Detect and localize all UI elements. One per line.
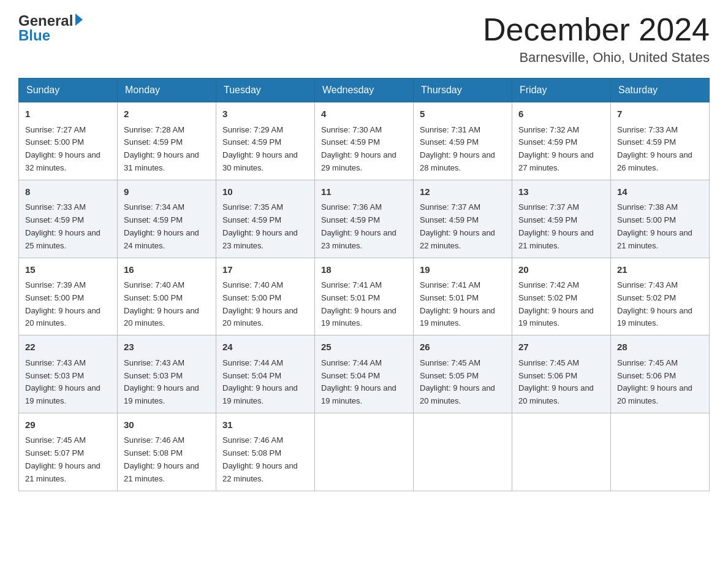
header-day-monday: Monday — [118, 79, 216, 102]
calendar-cell: 10 Sunrise: 7:35 AMSunset: 4:59 PMDaylig… — [216, 180, 315, 258]
day-number: 14 — [617, 185, 703, 199]
day-info: Sunrise: 7:41 AMSunset: 5:01 PMDaylight:… — [321, 280, 396, 327]
calendar-cell — [414, 413, 512, 491]
day-number: 26 — [420, 340, 506, 354]
week-row-4: 22 Sunrise: 7:43 AMSunset: 5:03 PMDaylig… — [19, 335, 710, 413]
day-number: 7 — [617, 107, 703, 121]
day-info: Sunrise: 7:46 AMSunset: 5:08 PMDaylight:… — [222, 435, 298, 483]
calendar-cell: 6 Sunrise: 7:32 AMSunset: 4:59 PMDayligh… — [512, 102, 611, 180]
header-day-thursday: Thursday — [414, 79, 512, 102]
day-number: 27 — [518, 340, 604, 354]
calendar-cell: 28 Sunrise: 7:45 AMSunset: 5:06 PMDaylig… — [611, 335, 710, 413]
day-number: 10 — [222, 185, 308, 199]
day-info: Sunrise: 7:29 AMSunset: 4:59 PMDaylight:… — [222, 125, 298, 172]
day-number: 18 — [321, 263, 407, 277]
day-info: Sunrise: 7:43 AMSunset: 5:03 PMDaylight:… — [25, 358, 100, 405]
calendar-cell: 12 Sunrise: 7:37 AMSunset: 4:59 PMDaylig… — [414, 180, 512, 258]
calendar-cell: 15 Sunrise: 7:39 AMSunset: 5:00 PMDaylig… — [19, 258, 118, 335]
calendar-cell: 22 Sunrise: 7:43 AMSunset: 5:03 PMDaylig… — [19, 335, 118, 413]
day-info: Sunrise: 7:30 AMSunset: 4:59 PMDaylight:… — [321, 125, 396, 172]
calendar-cell: 31 Sunrise: 7:46 AMSunset: 5:08 PMDaylig… — [216, 413, 315, 491]
day-info: Sunrise: 7:44 AMSunset: 5:04 PMDaylight:… — [222, 358, 298, 405]
day-number: 13 — [518, 185, 604, 199]
header-row: SundayMondayTuesdayWednesdayThursdayFrid… — [19, 79, 710, 102]
day-info: Sunrise: 7:44 AMSunset: 5:04 PMDaylight:… — [321, 358, 396, 405]
day-info: Sunrise: 7:37 AMSunset: 4:59 PMDaylight:… — [420, 202, 495, 250]
title-area: December 2024 Barnesville, Ohio, United … — [483, 12, 710, 66]
day-number: 17 — [222, 263, 308, 277]
day-number: 4 — [321, 107, 407, 121]
day-info: Sunrise: 7:46 AMSunset: 5:08 PMDaylight:… — [124, 435, 199, 483]
day-info: Sunrise: 7:32 AMSunset: 4:59 PMDaylight:… — [518, 125, 594, 172]
calendar-cell: 17 Sunrise: 7:40 AMSunset: 5:00 PMDaylig… — [216, 258, 315, 335]
calendar-cell: 8 Sunrise: 7:33 AMSunset: 4:59 PMDayligh… — [19, 180, 118, 258]
day-number: 30 — [124, 418, 210, 432]
day-number: 20 — [518, 263, 604, 277]
calendar-cell: 18 Sunrise: 7:41 AMSunset: 5:01 PMDaylig… — [315, 258, 414, 335]
header-day-friday: Friday — [512, 79, 611, 102]
logo-blue-text: Blue — [18, 27, 50, 44]
day-number: 2 — [124, 107, 210, 121]
page-header: General Blue December 2024 Barnesville, … — [18, 12, 710, 66]
day-info: Sunrise: 7:37 AMSunset: 4:59 PMDaylight:… — [518, 202, 594, 250]
day-number: 25 — [321, 340, 407, 354]
day-info: Sunrise: 7:43 AMSunset: 5:03 PMDaylight:… — [124, 358, 199, 405]
location-title: Barnesville, Ohio, United States — [483, 50, 710, 66]
week-row-3: 15 Sunrise: 7:39 AMSunset: 5:00 PMDaylig… — [19, 258, 710, 335]
header-day-wednesday: Wednesday — [315, 79, 414, 102]
day-info: Sunrise: 7:27 AMSunset: 5:00 PMDaylight:… — [25, 125, 100, 172]
day-info: Sunrise: 7:33 AMSunset: 4:59 PMDaylight:… — [617, 125, 692, 172]
day-number: 1 — [25, 107, 111, 121]
day-info: Sunrise: 7:41 AMSunset: 5:01 PMDaylight:… — [420, 280, 495, 327]
calendar-cell: 26 Sunrise: 7:45 AMSunset: 5:05 PMDaylig… — [414, 335, 512, 413]
calendar-cell: 30 Sunrise: 7:46 AMSunset: 5:08 PMDaylig… — [118, 413, 216, 491]
calendar-cell: 13 Sunrise: 7:37 AMSunset: 4:59 PMDaylig… — [512, 180, 611, 258]
month-title: December 2024 — [483, 12, 710, 47]
calendar-cell: 5 Sunrise: 7:31 AMSunset: 4:59 PMDayligh… — [414, 102, 512, 180]
calendar-cell: 24 Sunrise: 7:44 AMSunset: 5:04 PMDaylig… — [216, 335, 315, 413]
day-info: Sunrise: 7:40 AMSunset: 5:00 PMDaylight:… — [124, 280, 199, 327]
day-info: Sunrise: 7:43 AMSunset: 5:02 PMDaylight:… — [617, 280, 692, 327]
day-info: Sunrise: 7:34 AMSunset: 4:59 PMDaylight:… — [124, 202, 199, 250]
calendar-cell: 25 Sunrise: 7:44 AMSunset: 5:04 PMDaylig… — [315, 335, 414, 413]
day-info: Sunrise: 7:36 AMSunset: 4:59 PMDaylight:… — [321, 202, 396, 250]
header-day-tuesday: Tuesday — [216, 79, 315, 102]
calendar-cell: 1 Sunrise: 7:27 AMSunset: 5:00 PMDayligh… — [19, 102, 118, 180]
calendar-cell: 4 Sunrise: 7:30 AMSunset: 4:59 PMDayligh… — [315, 102, 414, 180]
day-number: 21 — [617, 263, 703, 277]
logo: General Blue — [18, 12, 83, 44]
calendar-cell: 2 Sunrise: 7:28 AMSunset: 4:59 PMDayligh… — [118, 102, 216, 180]
day-number: 11 — [321, 185, 407, 199]
day-number: 24 — [222, 340, 308, 354]
calendar-cell — [512, 413, 611, 491]
day-info: Sunrise: 7:28 AMSunset: 4:59 PMDaylight:… — [124, 125, 199, 172]
day-number: 9 — [124, 185, 210, 199]
calendar-cell: 20 Sunrise: 7:42 AMSunset: 5:02 PMDaylig… — [512, 258, 611, 335]
day-number: 15 — [25, 263, 111, 277]
calendar-cell: 23 Sunrise: 7:43 AMSunset: 5:03 PMDaylig… — [118, 335, 216, 413]
calendar-cell — [315, 413, 414, 491]
calendar-cell: 21 Sunrise: 7:43 AMSunset: 5:02 PMDaylig… — [611, 258, 710, 335]
day-info: Sunrise: 7:39 AMSunset: 5:00 PMDaylight:… — [25, 280, 100, 327]
calendar-cell: 19 Sunrise: 7:41 AMSunset: 5:01 PMDaylig… — [414, 258, 512, 335]
week-row-2: 8 Sunrise: 7:33 AMSunset: 4:59 PMDayligh… — [19, 180, 710, 258]
header-day-sunday: Sunday — [19, 79, 118, 102]
day-number: 8 — [25, 185, 111, 199]
calendar-cell: 11 Sunrise: 7:36 AMSunset: 4:59 PMDaylig… — [315, 180, 414, 258]
day-number: 28 — [617, 340, 703, 354]
day-number: 19 — [420, 263, 506, 277]
day-info: Sunrise: 7:45 AMSunset: 5:06 PMDaylight:… — [518, 358, 594, 405]
calendar-cell: 7 Sunrise: 7:33 AMSunset: 4:59 PMDayligh… — [611, 102, 710, 180]
day-number: 29 — [25, 418, 111, 432]
day-info: Sunrise: 7:45 AMSunset: 5:06 PMDaylight:… — [617, 358, 692, 405]
day-number: 3 — [222, 107, 308, 121]
day-number: 16 — [124, 263, 210, 277]
calendar-cell: 27 Sunrise: 7:45 AMSunset: 5:06 PMDaylig… — [512, 335, 611, 413]
calendar-cell: 16 Sunrise: 7:40 AMSunset: 5:00 PMDaylig… — [118, 258, 216, 335]
day-info: Sunrise: 7:35 AMSunset: 4:59 PMDaylight:… — [222, 202, 298, 250]
week-row-5: 29 Sunrise: 7:45 AMSunset: 5:07 PMDaylig… — [19, 413, 710, 491]
day-number: 31 — [222, 418, 308, 432]
calendar-cell — [611, 413, 710, 491]
day-info: Sunrise: 7:38 AMSunset: 5:00 PMDaylight:… — [617, 202, 692, 250]
header-day-saturday: Saturday — [611, 79, 710, 102]
